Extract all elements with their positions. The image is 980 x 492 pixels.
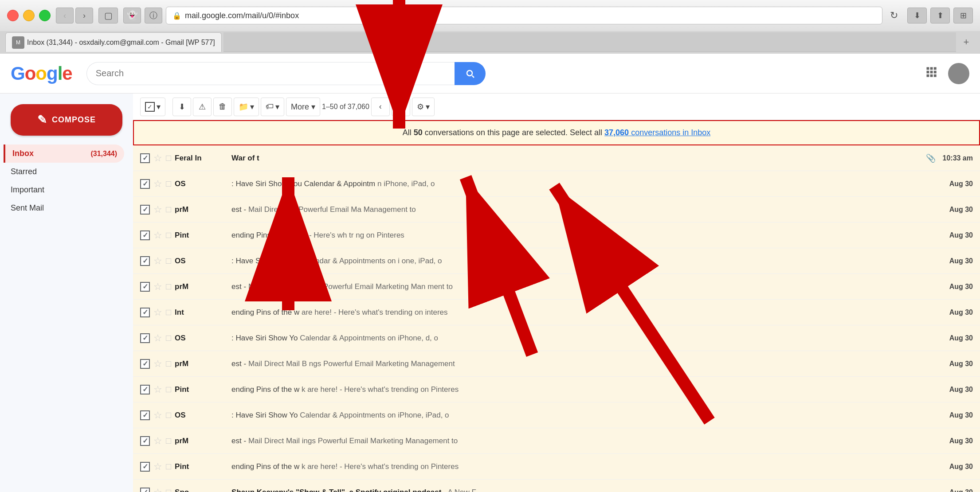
star-icon[interactable]: ☆ bbox=[153, 410, 162, 421]
delete-button[interactable]: 🗑 bbox=[213, 98, 232, 116]
select-all-button[interactable]: ✓ ▾ bbox=[140, 98, 165, 116]
logo-g2: g bbox=[47, 63, 58, 84]
email-row[interactable]: ✓ ☆ □ OS : Have Siri Show Yo Calendar & … bbox=[133, 402, 980, 428]
star-icon[interactable]: ☆ bbox=[153, 152, 162, 164]
sidebar: ✎ COMPOSE Inbox (31,344) Starred Importa… bbox=[0, 94, 133, 492]
forward-button[interactable]: › bbox=[75, 8, 93, 23]
star-icon[interactable]: ☆ bbox=[153, 461, 162, 472]
email-checkbox[interactable]: ✓ bbox=[140, 308, 150, 317]
email-checkbox[interactable]: ✓ bbox=[140, 462, 150, 472]
prev-page-button[interactable]: ‹ bbox=[371, 98, 390, 116]
email-row[interactable]: ✓ ☆ □ Spo Shaun Keaveny's "Show & Tell",… bbox=[133, 480, 980, 492]
email-row[interactable]: ✓ ☆ □ prM est - Mail Direct Mail B ngs P… bbox=[133, 351, 980, 377]
traffic-lights bbox=[7, 10, 51, 21]
star-icon[interactable]: ☆ bbox=[153, 358, 162, 370]
tag-icon[interactable]: □ bbox=[166, 359, 171, 369]
tag-icon[interactable]: □ bbox=[166, 179, 171, 189]
sidebar-item-sent[interactable]: Sent Mail bbox=[4, 199, 124, 217]
tag-icon[interactable]: □ bbox=[166, 230, 171, 240]
email-checkbox[interactable]: ✓ bbox=[140, 153, 150, 163]
maximize-window-button[interactable] bbox=[39, 10, 51, 21]
email-sender: prM bbox=[175, 359, 228, 368]
email-checkbox[interactable]: ✓ bbox=[140, 333, 150, 343]
download-button[interactable]: ⬇ bbox=[907, 8, 927, 23]
more-button[interactable]: More ▾ bbox=[286, 98, 320, 116]
tag-icon[interactable]: □ bbox=[166, 204, 171, 215]
prev-page-icon: ‹ bbox=[379, 102, 382, 111]
email-date: Aug 30 bbox=[949, 283, 973, 291]
star-icon[interactable]: ☆ bbox=[153, 204, 162, 215]
email-row[interactable]: ✓ ☆ □ Pint ending Pins of th here! - Her… bbox=[133, 223, 980, 248]
archive-button[interactable]: ⬇ bbox=[172, 98, 191, 116]
email-checkbox[interactable]: ✓ bbox=[140, 282, 150, 292]
tag-icon[interactable]: □ bbox=[166, 307, 171, 317]
tag-icon[interactable]: □ bbox=[166, 487, 171, 492]
star-icon[interactable]: ☆ bbox=[153, 307, 162, 318]
ghost-extension-icon[interactable]: 👻 bbox=[123, 8, 141, 23]
sidebar-item-starred[interactable]: Starred bbox=[4, 163, 124, 181]
star-icon[interactable]: ☆ bbox=[153, 178, 162, 190]
email-checkbox[interactable]: ✓ bbox=[140, 488, 150, 492]
email-checkbox[interactable]: ✓ bbox=[140, 205, 150, 215]
sidebar-item-inbox[interactable]: Inbox (31,344) bbox=[4, 144, 124, 163]
star-icon[interactable]: ☆ bbox=[153, 332, 162, 344]
email-row[interactable]: ✓ ☆ □ prM est - Mail Direct Ma Powerful … bbox=[133, 197, 980, 223]
email-checkbox[interactable]: ✓ bbox=[140, 230, 150, 240]
tag-icon[interactable]: □ bbox=[166, 333, 171, 343]
email-row[interactable]: ✓ ☆ □ Int ending Pins of the w are here!… bbox=[133, 300, 980, 325]
email-row[interactable]: ✓ ☆ □ Pint ending Pins of the w k are he… bbox=[133, 454, 980, 480]
sidebar-item-important[interactable]: Important bbox=[4, 181, 124, 199]
close-window-button[interactable] bbox=[7, 10, 19, 21]
info-button[interactable]: ⓘ bbox=[145, 8, 162, 23]
active-tab[interactable]: M Inbox (31,344) - osxdaily.com@gmail.co… bbox=[5, 32, 222, 52]
tag-icon[interactable]: □ bbox=[166, 281, 171, 292]
email-checkbox[interactable]: ✓ bbox=[140, 256, 150, 266]
move-to-button[interactable]: 📁 ▾ bbox=[234, 98, 259, 116]
email-checkbox[interactable]: ✓ bbox=[140, 359, 150, 369]
email-row[interactable]: ✓ ☆ □ prM est - Mail Direct Mail B ngs P… bbox=[133, 274, 980, 300]
spam-button[interactable]: ⚠ bbox=[193, 98, 212, 116]
email-row[interactable]: ✓ ☆ □ OS : Have Siri Show Yo Calendar & … bbox=[133, 248, 980, 274]
email-subject: ending Pins of th here! - Here's wh tr n… bbox=[231, 231, 942, 240]
new-tab-button[interactable]: ⊞ bbox=[953, 8, 973, 23]
email-date: Aug 30 bbox=[949, 257, 973, 265]
email-row[interactable]: ✓ ☆ □ OS : Have Siri Show You Calendar &… bbox=[133, 171, 980, 197]
back-button[interactable]: ‹ bbox=[56, 8, 74, 23]
minimize-window-button[interactable] bbox=[23, 10, 35, 21]
apps-grid-icon[interactable] bbox=[921, 62, 941, 85]
email-checkbox[interactable]: ✓ bbox=[140, 385, 150, 394]
delete-icon: 🗑 bbox=[219, 102, 227, 111]
tag-icon[interactable]: □ bbox=[166, 384, 171, 394]
email-checkbox[interactable]: ✓ bbox=[140, 436, 150, 446]
search-button[interactable] bbox=[455, 62, 486, 85]
reload-button[interactable]: ↻ bbox=[886, 8, 902, 23]
star-icon[interactable]: ☆ bbox=[153, 281, 162, 293]
search-input[interactable] bbox=[86, 62, 455, 85]
address-bar[interactable]: 🔒 mail.google.com/mail/u/0/#inbox bbox=[166, 7, 882, 24]
select-all-conversations-link[interactable]: 37,060 conversations in Inbox bbox=[604, 128, 710, 137]
settings-button[interactable]: ⚙ ▾ bbox=[412, 98, 435, 116]
tag-icon[interactable]: □ bbox=[166, 461, 171, 472]
email-row[interactable]: ✓ ☆ □ Feral In War of t 📎 10:33 am bbox=[133, 145, 980, 171]
tab-view-button[interactable]: ▢ bbox=[98, 8, 118, 23]
star-icon[interactable]: ☆ bbox=[153, 384, 162, 395]
tag-icon[interactable]: □ bbox=[166, 153, 171, 163]
next-page-button[interactable]: › bbox=[392, 98, 410, 116]
star-icon[interactable]: ☆ bbox=[153, 435, 162, 447]
label-button[interactable]: 🏷 ▾ bbox=[261, 98, 284, 116]
user-avatar[interactable] bbox=[948, 63, 969, 84]
tag-icon[interactable]: □ bbox=[166, 436, 171, 446]
email-checkbox[interactable]: ✓ bbox=[140, 179, 150, 189]
share-button[interactable]: ⬆ bbox=[930, 8, 950, 23]
compose-button[interactable]: ✎ COMPOSE bbox=[11, 104, 122, 136]
tag-icon[interactable]: □ bbox=[166, 410, 171, 420]
email-row[interactable]: ✓ ☆ □ OS : Have Siri Show Yo Calendar & … bbox=[133, 325, 980, 351]
email-checkbox[interactable]: ✓ bbox=[140, 410, 150, 420]
email-row[interactable]: ✓ ☆ □ prM est - Mail Direct Mail ings Po… bbox=[133, 428, 980, 454]
star-icon[interactable]: ☆ bbox=[153, 230, 162, 241]
email-row[interactable]: ✓ ☆ □ Pint ending Pins of the w k are he… bbox=[133, 377, 980, 402]
star-icon[interactable]: ☆ bbox=[153, 487, 162, 492]
star-icon[interactable]: ☆ bbox=[153, 255, 162, 267]
tag-icon[interactable]: □ bbox=[166, 256, 171, 266]
new-tab-icon-button[interactable]: + bbox=[958, 34, 975, 51]
